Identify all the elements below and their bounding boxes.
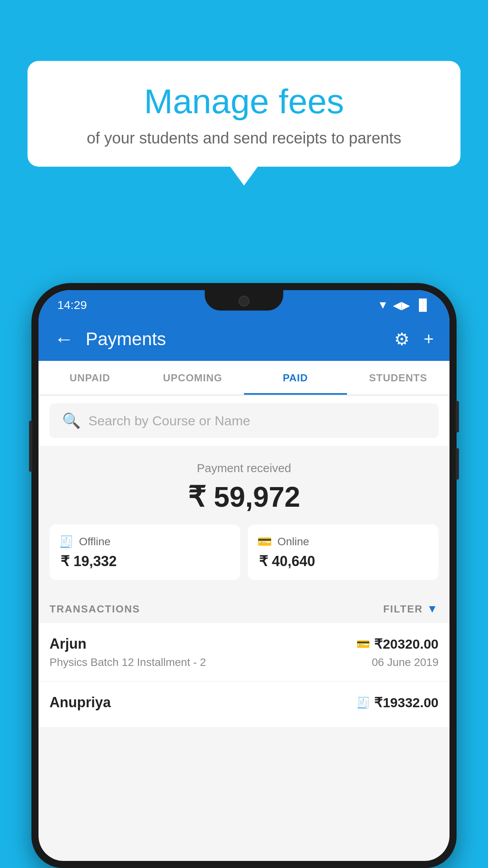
filter-button[interactable]: FILTER ▼	[383, 603, 438, 615]
payment-cards: 🧾 Offline ₹ 19,332 💳 Online ₹ 40,640	[50, 524, 438, 580]
online-icon: 💳	[257, 535, 272, 548]
transactions-label: TRANSACTIONS	[50, 603, 140, 615]
transaction-amount-wrapper: 🧾 ₹19332.00	[356, 695, 438, 710]
transaction-amount: ₹19332.00	[374, 695, 438, 710]
transaction-amount: ₹20320.00	[374, 636, 438, 652]
tab-paid[interactable]: PAID	[244, 361, 347, 395]
transactions-list: Arjun 💳 ₹20320.00 Physics Batch 12 Insta…	[39, 623, 449, 728]
online-amount: ₹ 40,640	[257, 553, 315, 570]
speech-bubble: Manage fees of your students and send re…	[28, 61, 460, 167]
online-label-row: 💳 Online	[257, 535, 309, 548]
transaction-name: Anupriya	[50, 694, 111, 711]
payment-summary: Payment received ₹ 59,972 🧾 Offline ₹ 19…	[39, 446, 449, 592]
signal-icon: ◀▶	[393, 299, 410, 312]
offline-icon: 🧾	[59, 535, 73, 548]
transaction-top-row: Arjun 💳 ₹20320.00	[50, 636, 438, 652]
online-label: Online	[277, 535, 309, 548]
phone-camera	[238, 296, 250, 307]
phone-volume-button	[29, 421, 32, 472]
status-time: 14:29	[57, 298, 87, 312]
offline-label-row: 🧾 Offline	[59, 535, 110, 548]
phone-power-button	[456, 401, 459, 432]
transaction-course: Physics Batch 12 Installment - 2	[50, 656, 206, 669]
search-input[interactable]: Search by Course or Name	[88, 413, 250, 428]
tab-unpaid[interactable]: UNPAID	[39, 361, 141, 395]
transaction-date: 06 June 2019	[372, 656, 438, 669]
phone-screen: 14:29 ▼ ◀▶ ▐▌ ← Payments ⚙ + UNPAID UPCO…	[39, 290, 449, 861]
transaction-top-row: Anupriya 🧾 ₹19332.00	[50, 694, 438, 711]
app-bar-actions: ⚙ +	[394, 329, 434, 349]
wifi-icon: ▼	[378, 299, 389, 311]
filter-icon: ▼	[427, 603, 438, 615]
phone-notch	[205, 290, 283, 311]
status-icons: ▼ ◀▶ ▐▌	[378, 299, 431, 312]
settings-icon[interactable]: ⚙	[394, 329, 409, 349]
phone-mockup: 14:29 ▼ ◀▶ ▐▌ ← Payments ⚙ + UNPAID UPCO…	[31, 283, 457, 868]
search-container: 🔍 Search by Course or Name	[39, 395, 449, 446]
battery-icon: ▐▌	[415, 299, 431, 311]
tab-upcoming[interactable]: UPCOMING	[141, 361, 244, 395]
table-row[interactable]: Anupriya 🧾 ₹19332.00	[39, 682, 449, 728]
table-row[interactable]: Arjun 💳 ₹20320.00 Physics Batch 12 Insta…	[39, 623, 449, 682]
back-button[interactable]: ←	[54, 327, 74, 350]
offline-label: Offline	[79, 535, 110, 548]
add-icon[interactable]: +	[424, 329, 434, 349]
payment-total-amount: ₹ 59,972	[50, 480, 438, 513]
transaction-bottom-row: Physics Batch 12 Installment - 2 06 June…	[50, 656, 438, 669]
tab-students[interactable]: STUDENTS	[347, 361, 450, 395]
app-bar-title: Payments	[86, 328, 382, 349]
payment-received-label: Payment received	[50, 462, 438, 475]
bubble-subtitle: of your students and send receipts to pa…	[51, 129, 437, 147]
online-payment-card: 💳 Online ₹ 40,640	[248, 524, 438, 580]
transaction-name: Arjun	[50, 636, 86, 652]
search-icon: 🔍	[62, 412, 81, 429]
transaction-amount-wrapper: 💳 ₹20320.00	[356, 636, 438, 652]
phone-volume-button-right	[456, 448, 459, 480]
offline-amount: ₹ 19,332	[59, 553, 117, 570]
online-payment-icon: 💳	[356, 638, 370, 651]
app-bar: ← Payments ⚙ +	[39, 317, 449, 361]
filter-label: FILTER	[383, 603, 423, 615]
search-box[interactable]: 🔍 Search by Course or Name	[50, 403, 438, 438]
offline-payment-icon: 🧾	[356, 696, 370, 709]
tabs: UNPAID UPCOMING PAID STUDENTS	[39, 361, 449, 395]
bubble-title: Manage fees	[51, 83, 437, 121]
offline-payment-card: 🧾 Offline ₹ 19,332	[50, 524, 240, 580]
transactions-header: TRANSACTIONS FILTER ▼	[39, 592, 449, 623]
